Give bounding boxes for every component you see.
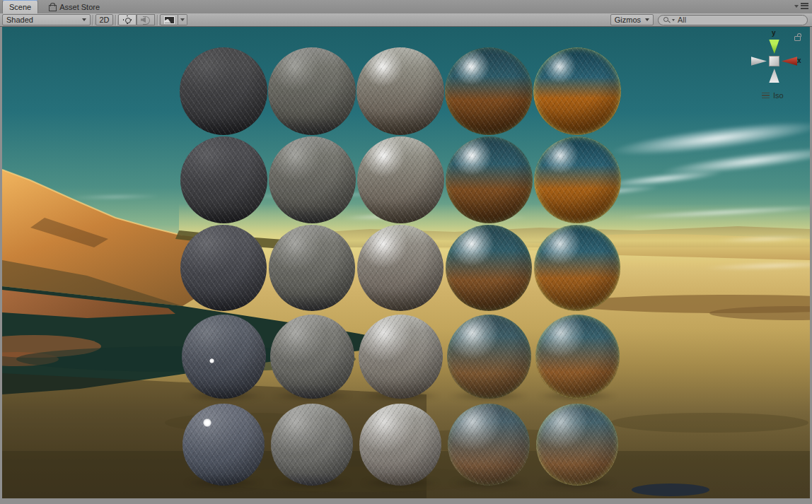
sphere-r1-c3[interactable] xyxy=(356,47,444,135)
diamond-plate-texture xyxy=(357,225,443,311)
sphere-r5-c2[interactable] xyxy=(271,404,353,486)
tab-context-controls xyxy=(794,3,808,9)
diamond-plate-texture xyxy=(356,47,444,135)
search-icon xyxy=(663,16,671,24)
chevron-down-icon xyxy=(82,18,86,21)
unity-scene-view-window: Scene Asset Store Shaded 2D xyxy=(0,0,812,504)
sphere-r4-c4[interactable] xyxy=(447,315,531,399)
diamond-plate-texture xyxy=(535,315,620,399)
sphere-r3-c3[interactable] xyxy=(357,225,443,311)
sphere-r2-c2[interactable] xyxy=(269,136,356,223)
sphere-r2-c1[interactable] xyxy=(180,136,267,223)
diamond-plate-texture xyxy=(269,136,356,223)
lock-icon[interactable] xyxy=(794,36,801,41)
sphere-r5-c1[interactable] xyxy=(182,404,265,486)
sun-icon xyxy=(123,16,132,24)
sphere-r5-c5[interactable] xyxy=(536,404,618,486)
light-flare-gizmo[interactable] xyxy=(209,358,214,363)
gizmos-dropdown[interactable]: Gizmos xyxy=(610,14,654,25)
diamond-plate-texture xyxy=(271,404,353,486)
diamond-plate-texture xyxy=(180,225,267,311)
flare-core xyxy=(209,358,214,363)
diamond-plate-texture xyxy=(268,47,356,135)
toolbar-separator xyxy=(93,15,93,25)
projection-mode-label: Iso xyxy=(773,91,784,100)
diamond-plate-texture xyxy=(445,47,533,135)
diamond-plate-texture xyxy=(534,225,620,311)
diamond-plate-texture xyxy=(357,136,444,223)
sphere-r5-c4[interactable] xyxy=(448,404,530,486)
sphere-r1-c5[interactable] xyxy=(533,47,621,135)
sphere-r3-c4[interactable] xyxy=(446,225,532,311)
draw-mode-dropdown[interactable]: Shaded xyxy=(2,14,91,25)
gizmo-y-label: y xyxy=(772,29,776,37)
sphere-r5-c3[interactable] xyxy=(359,404,441,486)
toolbar-separator xyxy=(115,15,116,25)
sphere-r4-c3[interactable] xyxy=(359,315,443,399)
sphere-r2-c4[interactable] xyxy=(446,136,533,223)
effects-dropdown-button[interactable] xyxy=(178,14,187,25)
sphere-r1-c1[interactable] xyxy=(180,47,267,135)
sphere-r2-c3[interactable] xyxy=(357,136,444,223)
tab-scene-label: Scene xyxy=(9,3,31,11)
diamond-plate-texture xyxy=(533,47,621,135)
diamond-plate-texture xyxy=(446,136,533,223)
sphere-r1-c2[interactable] xyxy=(268,47,356,135)
diamond-plate-texture xyxy=(359,404,441,486)
chevron-down-icon xyxy=(645,18,649,21)
diamond-plate-texture xyxy=(180,47,267,135)
diamond-plate-texture xyxy=(446,225,532,311)
sphere-r4-c1[interactable] xyxy=(182,315,266,399)
gizmo-y-axis-cone[interactable] xyxy=(769,40,779,54)
dropdown-triangle-icon[interactable] xyxy=(794,5,799,8)
tab-asset-store[interactable]: Asset Store xyxy=(42,0,106,13)
sphere-r2-c5[interactable] xyxy=(534,136,621,223)
scene-viewport[interactable]: y x Iso xyxy=(2,27,810,498)
diamond-plate-texture xyxy=(534,136,621,223)
diamond-plate-texture xyxy=(269,225,355,311)
toolbar-separator xyxy=(157,15,158,25)
gizmo-down-axis-cone[interactable] xyxy=(769,69,779,83)
iso-lines-icon xyxy=(762,93,770,98)
gizmos-label: Gizmos xyxy=(615,16,641,24)
tab-bar: Scene Asset Store xyxy=(0,0,812,13)
audio-toggle-button[interactable] xyxy=(137,14,155,25)
diamond-plate-texture xyxy=(448,404,530,486)
lighting-toggle-button[interactable] xyxy=(118,14,137,25)
diamond-plate-texture xyxy=(359,315,443,399)
gizmo-center-cube[interactable] xyxy=(769,56,779,66)
light-flare-gizmo[interactable] xyxy=(203,418,211,427)
tab-scene[interactable]: Scene xyxy=(2,0,38,13)
flare-core xyxy=(203,418,211,427)
tab-asset-store-label: Asset Store xyxy=(59,3,100,11)
sphere-r4-c2[interactable] xyxy=(270,315,354,399)
tab-menu-icon[interactable] xyxy=(801,3,808,9)
sphere-r3-c5[interactable] xyxy=(534,225,620,311)
gizmo-left-axis-cone[interactable] xyxy=(751,57,767,66)
chevron-down-icon xyxy=(180,18,185,21)
sphere-r1-c4[interactable] xyxy=(445,47,533,135)
diamond-plate-texture xyxy=(180,136,267,223)
search-input[interactable] xyxy=(678,16,803,24)
search-filter-chevron-icon[interactable] xyxy=(672,19,675,21)
orientation-gizmo: y x Iso xyxy=(742,27,810,106)
sphere-r3-c1[interactable] xyxy=(180,225,267,311)
diamond-plate-texture xyxy=(536,404,618,486)
speaker-icon xyxy=(141,16,151,24)
image-icon xyxy=(164,16,175,24)
diamond-plate-texture xyxy=(270,315,354,399)
2d-toggle-button[interactable]: 2D xyxy=(95,14,113,25)
sphere-r3-c2[interactable] xyxy=(269,225,355,311)
diamond-plate-texture xyxy=(447,315,531,399)
gizmo-x-label: x xyxy=(797,57,801,64)
projection-mode-toggle[interactable]: Iso xyxy=(762,91,784,100)
sphere-r4-c5[interactable] xyxy=(535,315,620,399)
diamond-plate-texture xyxy=(182,404,265,486)
effects-toggle-button[interactable] xyxy=(160,14,178,25)
scene-search-field[interactable] xyxy=(658,15,808,25)
package-icon xyxy=(49,3,57,11)
diamond-plate-texture xyxy=(182,315,266,399)
scene-toolbar: Shaded 2D Gizmos xyxy=(0,13,812,27)
draw-mode-label: Shaded xyxy=(6,16,33,24)
gizmo-x-axis-cone[interactable] xyxy=(782,57,797,66)
